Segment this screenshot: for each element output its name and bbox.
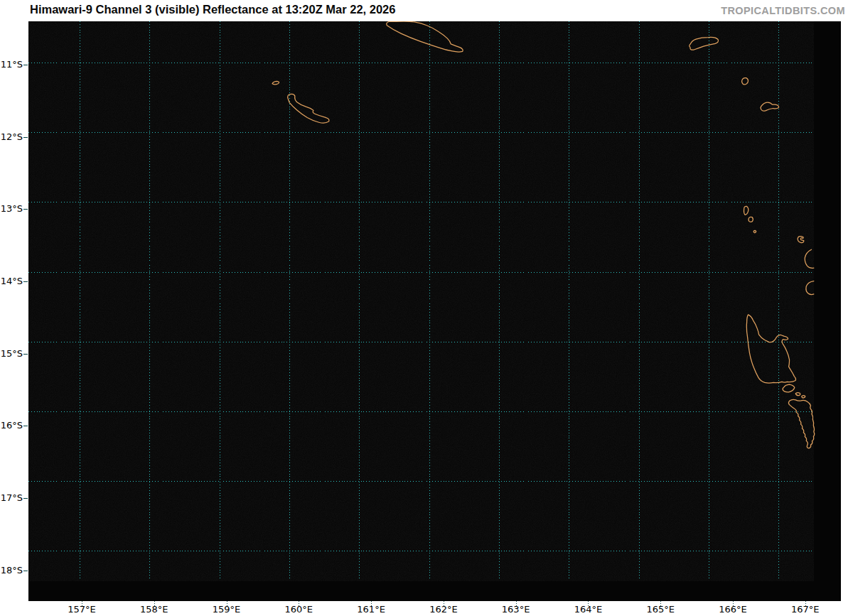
y-axis-tick — [23, 426, 28, 426]
y-axis-tick — [23, 354, 28, 355]
y-axis-tick — [23, 137, 28, 138]
noise-texture — [28, 21, 813, 580]
x-axis-tick — [516, 601, 517, 606]
y-axis-label: 12°S — [0, 131, 23, 143]
y-axis-tick — [23, 281, 28, 282]
x-axis-tick — [805, 601, 806, 606]
y-axis-tick — [23, 65, 28, 65]
x-axis-tick — [588, 601, 589, 606]
y-axis-label: 18°S — [0, 565, 23, 576]
x-axis-tick — [371, 601, 372, 606]
x-axis-tick — [444, 601, 444, 606]
y-axis-tick — [23, 498, 28, 499]
x-axis-tick — [733, 601, 734, 606]
y-axis-label: 15°S — [0, 348, 23, 360]
x-axis-tick — [660, 601, 661, 606]
page: { "header": { "title": "Himawari-9 Chann… — [0, 0, 853, 616]
x-axis-tick — [82, 601, 82, 606]
watermark: TROPICALTIDBITS.COM — [721, 5, 845, 16]
page-title: Himawari-9 Channel 3 (visible) Reflectan… — [30, 3, 395, 16]
y-axis-tick — [23, 571, 28, 571]
y-axis-tick — [23, 209, 28, 210]
y-axis-label: 11°S — [0, 59, 23, 70]
y-axis-label: 16°S — [0, 420, 23, 431]
y-axis-label: 13°S — [0, 203, 23, 215]
y-axis-label: 17°S — [0, 492, 23, 504]
x-axis-tick — [299, 601, 299, 606]
y-axis-label: 14°S — [0, 276, 23, 287]
x-axis-tick — [227, 601, 227, 606]
map-canvas — [28, 21, 841, 601]
satellite-map — [28, 21, 841, 601]
x-axis-tick — [154, 601, 155, 606]
